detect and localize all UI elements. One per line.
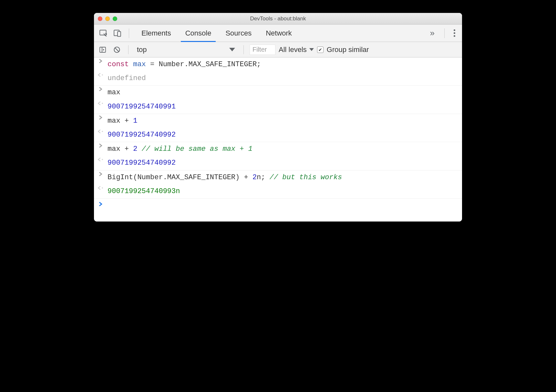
console-row: 9007199254740992 [94, 128, 462, 142]
code-line: max + 1 [108, 115, 137, 127]
svg-rect-2 [118, 31, 121, 36]
devtools-window: DevTools - about:blank Elements Console … [94, 13, 462, 222]
console-row: max + 1 [94, 114, 462, 128]
console-row: BigInt(Number.MAX_SAFE_INTEGER) + 2n; //… [94, 170, 462, 184]
console-input[interactable] [108, 202, 458, 213]
code-line: BigInt(Number.MAX_SAFE_INTEGER) + 2n; //… [108, 172, 342, 183]
code-token: // but this works [270, 173, 342, 181]
tab-console[interactable]: Console [178, 25, 219, 42]
console-filter-bar: top Filter All levels ✔ Group similar [94, 42, 462, 57]
code-token: // will be same as max + 1 [142, 145, 252, 153]
main-toolbar: Elements Console Sources Network » [94, 25, 462, 42]
code-line: const max = Number.MAX_SAFE_INTEGER; [108, 59, 261, 70]
group-similar-checkbox[interactable]: ✔ [317, 46, 324, 53]
code-token [137, 145, 141, 153]
toolbar-separator [129, 28, 129, 38]
console-row: 9007199254740992 [94, 156, 462, 170]
input-prompt-icon [97, 143, 104, 148]
code-token: 1 [133, 117, 137, 125]
console-row: const max = Number.MAX_SAFE_INTEGER; [94, 57, 462, 71]
window-controls [98, 16, 117, 21]
input-prompt-icon [97, 115, 104, 120]
toolbar-separator [444, 28, 445, 38]
code-line: 9007199254740991 [108, 101, 176, 112]
output-indicator-icon [97, 157, 104, 162]
log-levels-selector[interactable]: All levels [279, 46, 314, 54]
console-row: max [94, 86, 462, 99]
console-row: max + 2 // will be same as max + 1 [94, 142, 462, 156]
filter-input[interactable]: Filter [250, 45, 275, 55]
minimize-window-button[interactable] [105, 16, 110, 21]
code-line: 9007199254740992 [108, 157, 176, 169]
code-line: max + 2 // will be same as max + 1 [108, 143, 252, 155]
code-line: 9007199254740993n [108, 186, 180, 197]
code-token: 2 [133, 145, 137, 153]
output-indicator-icon [97, 129, 104, 134]
inspect-element-icon[interactable] [97, 27, 109, 39]
code-token [129, 60, 133, 68]
panel-tabs: Elements Console Sources Network [134, 25, 299, 42]
chevron-down-icon [309, 48, 314, 51]
clear-console-icon[interactable] [111, 44, 122, 55]
filterbar-separator [243, 45, 244, 54]
console-row: 9007199254740993n [94, 184, 462, 199]
chevron-down-icon [229, 48, 235, 51]
context-label: top [137, 46, 147, 54]
close-window-button[interactable] [98, 16, 102, 21]
group-similar-label: Group similar [327, 46, 369, 54]
tab-elements[interactable]: Elements [134, 25, 178, 42]
code-token: max [108, 88, 120, 97]
svg-rect-3 [100, 47, 106, 52]
svg-point-11 [102, 187, 103, 189]
window-title: DevTools - about:blank [94, 15, 462, 22]
console-output[interactable]: const max = Number.MAX_SAFE_INTEGER;unde… [94, 57, 462, 222]
svg-point-7 [102, 74, 103, 76]
console-prompt-row[interactable] [94, 199, 462, 222]
code-token: 9007199254740992 [108, 131, 176, 139]
code-token: const [108, 60, 129, 68]
toggle-console-sidebar-icon[interactable] [97, 44, 108, 55]
filterbar-separator [128, 45, 129, 54]
more-tabs-icon[interactable]: » [426, 28, 439, 38]
svg-point-10 [102, 159, 103, 160]
code-token: 9007199254740991 [108, 103, 176, 111]
titlebar: DevTools - about:blank [94, 13, 462, 25]
output-indicator-icon [97, 186, 104, 190]
tab-sources[interactable]: Sources [218, 25, 259, 42]
output-indicator-icon [97, 101, 104, 106]
code-line: max [108, 87, 120, 98]
output-indicator-icon [97, 73, 104, 77]
levels-label: All levels [279, 46, 307, 54]
code-line: 9007199254740992 [108, 129, 176, 140]
svg-point-9 [102, 131, 103, 132]
code-token: max + [108, 117, 133, 125]
svg-line-6 [115, 48, 119, 52]
svg-rect-0 [100, 30, 106, 35]
code-token: 9007199254740993n [108, 187, 180, 195]
code-token: undefined [108, 74, 146, 82]
code-token: n; [257, 173, 270, 181]
code-token: 9007199254740992 [108, 159, 176, 167]
input-prompt-icon [97, 87, 104, 91]
code-token: = Number.MAX_SAFE_INTEGER; [146, 60, 261, 68]
zoom-window-button[interactable] [113, 16, 117, 21]
input-prompt-icon [97, 59, 104, 63]
device-toolbar-icon[interactable] [111, 27, 124, 39]
svg-point-8 [102, 103, 103, 104]
console-row: 9007199254740991 [94, 100, 462, 114]
code-token: BigInt(Number.MAX_SAFE_INTEGER) + [108, 173, 252, 181]
tab-network[interactable]: Network [259, 25, 299, 42]
console-row: undefined [94, 71, 462, 86]
settings-menu-icon[interactable] [450, 29, 459, 37]
code-line: undefined [108, 73, 146, 84]
active-prompt-icon [97, 202, 104, 206]
execution-context-selector[interactable]: top [134, 45, 238, 55]
code-token: max [133, 60, 146, 68]
code-token: 2 [252, 173, 257, 181]
code-token: max + [108, 145, 133, 153]
input-prompt-icon [97, 172, 104, 176]
